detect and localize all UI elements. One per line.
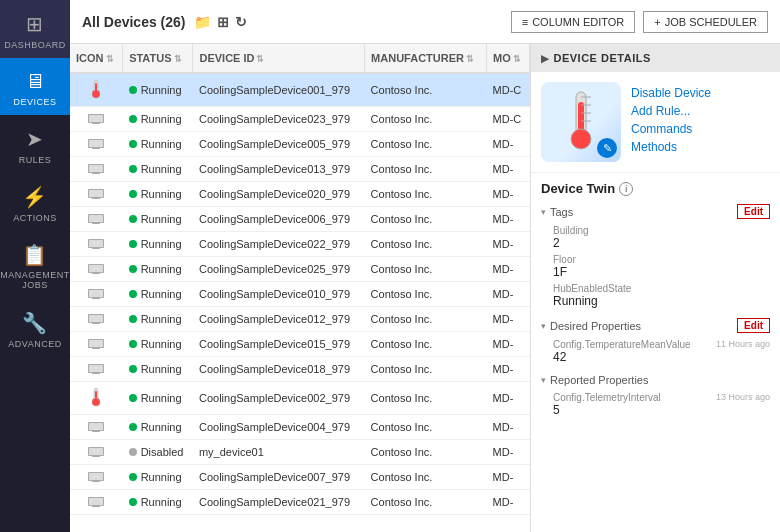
row-icon xyxy=(70,307,123,332)
table-row[interactable]: Running CoolingSampleDevice002_979 Conto… xyxy=(70,382,530,415)
device-thumbnail: ✎ xyxy=(541,82,621,162)
svg-rect-35 xyxy=(92,373,100,374)
row-manufacturer: Contoso Inc. xyxy=(365,157,487,182)
col-status[interactable]: STATUS⇅ xyxy=(123,44,193,73)
row-manufacturer: Contoso Inc. xyxy=(365,440,487,465)
row-status: Running xyxy=(123,282,193,307)
sidebar-item-dashboard[interactable]: ⊞ Dashboard xyxy=(0,0,70,58)
col-device-id[interactable]: DEVICE ID⇅ xyxy=(193,44,365,73)
reported-chevron-icon[interactable]: ▾ xyxy=(541,375,546,385)
table-row[interactable]: Running CoolingSampleDevice004_979 Conto… xyxy=(70,415,530,440)
table-row[interactable]: Running CoolingSampleDevice023_979 Conto… xyxy=(70,107,530,132)
desired-edit-button[interactable]: Edit xyxy=(737,318,770,333)
svg-rect-46 xyxy=(89,473,103,480)
table-row[interactable]: Running CoolingSampleDevice020_979 Conto… xyxy=(70,182,530,207)
table-row[interactable]: Running CoolingSampleDevice012_979 Conto… xyxy=(70,307,530,332)
status-dot-icon xyxy=(129,290,137,298)
row-model: MD- xyxy=(487,490,530,515)
svg-rect-49 xyxy=(89,498,103,505)
row-icon xyxy=(70,382,123,415)
row-device-id: CoolingSampleDevice021_979 xyxy=(193,490,365,515)
row-model: MD- xyxy=(487,382,530,415)
device-table: ICON⇅ STATUS⇅ DEVICE ID⇅ MANUFACTURER⇅ M… xyxy=(70,44,530,515)
table-row[interactable]: Running CoolingSampleDevice021_979 Conto… xyxy=(70,490,530,515)
svg-rect-13 xyxy=(89,190,103,197)
reported-section: ▾ Reported Properties Config.TelemetryIn… xyxy=(541,374,770,417)
table-row[interactable]: Running CoolingSampleDevice022_979 Conto… xyxy=(70,232,530,257)
tag-building: Building 2 xyxy=(541,225,770,250)
row-model: MD- xyxy=(487,415,530,440)
row-icon xyxy=(70,182,123,207)
row-status: Running xyxy=(123,307,193,332)
row-icon xyxy=(70,282,123,307)
add-rule-link[interactable]: Add Rule... xyxy=(631,104,711,118)
row-status: Running xyxy=(123,73,193,107)
row-status: Running xyxy=(123,207,193,232)
desired-chevron-icon[interactable]: ▾ xyxy=(541,321,546,331)
status-dot-icon xyxy=(129,423,137,431)
tags-header: ▾ Tags Edit xyxy=(541,204,770,219)
refresh-icon[interactable]: ↻ xyxy=(235,14,247,30)
methods-link[interactable]: Methods xyxy=(631,140,711,154)
col-manufacturer[interactable]: MANUFACTURER⇅ xyxy=(365,44,487,73)
row-device-id: CoolingSampleDevice013_979 xyxy=(193,157,365,182)
row-device-id: CoolingSampleDevice001_979 xyxy=(193,73,365,107)
tag-hub-enabled-state: HubEnabledState Running xyxy=(541,283,770,308)
reported-label: ▾ Reported Properties xyxy=(541,374,648,386)
row-device-id: CoolingSampleDevice004_979 xyxy=(193,415,365,440)
device-twin-title: Device Twin i xyxy=(541,181,770,196)
filter-icon[interactable]: ⊞ xyxy=(217,14,229,30)
commands-link[interactable]: Commands xyxy=(631,122,711,136)
table-row[interactable]: Running CoolingSampleDevice010_979 Conto… xyxy=(70,282,530,307)
svg-rect-47 xyxy=(92,481,100,482)
disable-device-link[interactable]: Disable Device xyxy=(631,86,711,100)
desired-temp-mean: Config.TemperatureMeanValue 11 Hours ago… xyxy=(541,339,770,364)
status-dot-icon xyxy=(129,448,137,456)
svg-rect-44 xyxy=(92,456,100,457)
row-device-id: CoolingSampleDevice025_979 xyxy=(193,257,365,282)
details-panel: ▶ DEVICE DETAILS ✎ xyxy=(530,44,780,532)
tags-chevron-icon[interactable]: ▾ xyxy=(541,207,546,217)
row-status: Running xyxy=(123,132,193,157)
row-icon xyxy=(70,465,123,490)
svg-rect-25 xyxy=(89,290,103,297)
table-row[interactable]: Running CoolingSampleDevice018_979 Conto… xyxy=(70,357,530,382)
svg-rect-31 xyxy=(89,340,103,347)
row-model: MD- xyxy=(487,465,530,490)
sidebar-item-actions[interactable]: ⚡ Actions xyxy=(0,173,70,231)
folder-icon[interactable]: 📁 xyxy=(194,14,211,30)
col-model[interactable]: MO⇅ xyxy=(487,44,530,73)
status-dot-icon xyxy=(129,140,137,148)
col-icon[interactable]: ICON⇅ xyxy=(70,44,123,73)
row-manufacturer: Contoso Inc. xyxy=(365,207,487,232)
row-device-id: CoolingSampleDevice023_979 xyxy=(193,107,365,132)
row-icon xyxy=(70,257,123,282)
status-dot-icon xyxy=(129,115,137,123)
status-dot-icon xyxy=(129,498,137,506)
row-model: MD- xyxy=(487,357,530,382)
table-row[interactable]: Running CoolingSampleDevice013_979 Conto… xyxy=(70,157,530,182)
row-status: Running xyxy=(123,490,193,515)
sidebar-item-rules[interactable]: ➤ Rules xyxy=(0,115,70,173)
sidebar-item-devices[interactable]: 🖥 Devices xyxy=(0,58,70,115)
table-row[interactable]: Running CoolingSampleDevice006_979 Conto… xyxy=(70,207,530,232)
table-row[interactable]: Running CoolingSampleDevice025_979 Conto… xyxy=(70,257,530,282)
info-icon[interactable]: i xyxy=(619,182,633,196)
table-row[interactable]: Running CoolingSampleDevice005_979 Conto… xyxy=(70,132,530,157)
table-row[interactable]: Disabled my_device01 Contoso Inc. MD- xyxy=(70,440,530,465)
row-model: MD-C xyxy=(487,107,530,132)
main-content: All Devices (26) 📁 ⊞ ↻ ≡ COLUMN EDITOR +… xyxy=(70,0,780,532)
row-manufacturer: Contoso Inc. xyxy=(365,307,487,332)
row-status: Running xyxy=(123,357,193,382)
table-row[interactable]: Running CoolingSampleDevice015_979 Conto… xyxy=(70,332,530,357)
sidebar-item-management-jobs[interactable]: 📋 Management Jobs xyxy=(0,231,70,299)
table-row[interactable]: Running CoolingSampleDevice001_979 Conto… xyxy=(70,73,530,107)
job-scheduler-button[interactable]: + JOB SCHEDULER xyxy=(643,11,768,33)
tag-floor: Floor 1F xyxy=(541,254,770,279)
column-editor-button[interactable]: ≡ COLUMN EDITOR xyxy=(511,11,636,33)
sidebar-item-advanced[interactable]: 🔧 Advanced xyxy=(0,299,70,357)
svg-rect-4 xyxy=(89,115,103,122)
table-row[interactable]: Running CoolingSampleDevice007_979 Conto… xyxy=(70,465,530,490)
tags-edit-button[interactable]: Edit xyxy=(737,204,770,219)
status-dot-icon xyxy=(129,340,137,348)
